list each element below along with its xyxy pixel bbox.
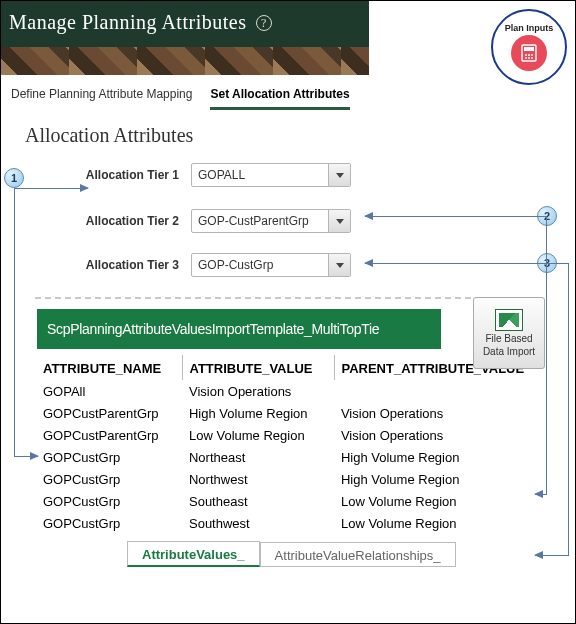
file-based-data-import-button[interactable]: File Based Data Import [473, 297, 545, 369]
fbdi-label-1: File Based [485, 333, 532, 344]
fbdi-label-2: Data Import [483, 346, 535, 357]
callout-1: 1 [4, 168, 24, 188]
table-row: GOPCustParentGrp Low Volume Region Visio… [37, 424, 553, 446]
plan-inputs-label: Plan Inputs [505, 23, 554, 33]
col-attr-value: ATTRIBUTE_VALUE [183, 355, 335, 380]
svg-point-7 [531, 57, 533, 59]
tier-1-select[interactable]: GOPALL [191, 163, 351, 187]
sheet-tab-attribute-relationships[interactable]: AttributeValueRelationships_ [260, 542, 456, 567]
col-attr-name: ATTRIBUTE_NAME [37, 355, 183, 380]
tier-3-value: GOP-CustGrp [192, 254, 328, 276]
header-decor [1, 47, 369, 75]
tier-2-value: GOP-CustParentGrp [192, 210, 328, 232]
tier-3-select[interactable]: GOP-CustGrp [191, 253, 351, 277]
template-name-banner: ScpPlanningAttributeValuesImportTemplate… [37, 309, 441, 349]
tier-2-select[interactable]: GOP-CustParentGrp [191, 209, 351, 233]
tab-set-allocation[interactable]: Set Allocation Attributes [210, 87, 349, 110]
dashed-separator [35, 297, 541, 299]
help-icon[interactable]: ? [256, 15, 272, 31]
tier-1-label: Allocation Tier 1 [1, 168, 191, 182]
tier-1-dropdown-button[interactable] [328, 164, 350, 186]
chevron-down-icon [336, 219, 344, 224]
table-row: GOPAll Vision Operations [37, 380, 553, 402]
table-row: GOPCustGrp Southwest Low Volume Region [37, 512, 553, 534]
svg-point-6 [528, 57, 530, 59]
chevron-down-icon [336, 263, 344, 268]
page-title-text: Manage Planning Attributes [9, 11, 246, 33]
svg-point-5 [525, 57, 527, 59]
attribute-values-table: ATTRIBUTE_NAME ATTRIBUTE_VALUE PARENT_AT… [37, 355, 553, 534]
excel-icon [495, 309, 523, 331]
sheet-tabs: AttributeValues_ AttributeValueRelations… [127, 540, 553, 566]
page-header: Manage Planning Attributes ? [1, 1, 369, 75]
sheet-tab-attribute-values[interactable]: AttributeValues_ [127, 541, 260, 567]
tier-3-label: Allocation Tier 3 [1, 258, 191, 272]
table-row: GOPCustGrp Northeast High Volume Region [37, 446, 553, 468]
tier-row-2: Allocation Tier 2 GOP-CustParentGrp [1, 209, 575, 233]
table-row: GOPCustParentGrp High Volume Region Visi… [37, 402, 553, 424]
tier-1-value: GOPALL [192, 164, 328, 186]
section-title: Allocation Attributes [1, 110, 575, 153]
svg-rect-1 [524, 47, 534, 51]
tier-2-dropdown-button[interactable] [328, 210, 350, 232]
plan-inputs-badge[interactable]: Plan Inputs [491, 9, 567, 85]
tier-2-label: Allocation Tier 2 [1, 214, 191, 228]
svg-point-4 [531, 54, 533, 56]
table-row: GOPCustGrp Northwest High Volume Region [37, 468, 553, 490]
chevron-down-icon [336, 173, 344, 178]
tier-3-dropdown-button[interactable] [328, 254, 350, 276]
table-row: GOPCustGrp Southeast Low Volume Region [37, 490, 553, 512]
page-title: Manage Planning Attributes ? [1, 1, 369, 34]
svg-point-3 [528, 54, 530, 56]
top-tabs: Define Planning Attribute Mapping Set Al… [1, 75, 575, 110]
calculator-icon [511, 35, 547, 71]
tier-row-3: Allocation Tier 3 GOP-CustGrp [1, 253, 575, 277]
excel-template-block: ScpPlanningAttributeValuesImportTemplate… [37, 309, 553, 566]
tab-define-mapping[interactable]: Define Planning Attribute Mapping [11, 87, 192, 110]
svg-point-2 [525, 54, 527, 56]
